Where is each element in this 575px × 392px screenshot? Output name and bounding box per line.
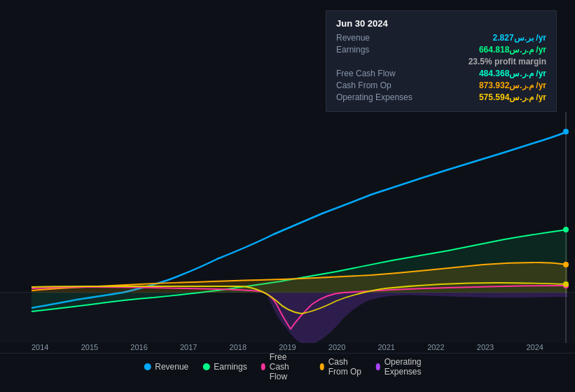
legend-label-cashop: Cash From Op [328,357,362,377]
x-label-2014: 2014 [32,343,48,351]
tooltip-revenue-value: 2.827بر.س /yr [493,33,546,43]
chart-container: Jun 30 2024 Revenue 2.827بر.س /yr Earnin… [0,0,575,392]
tooltip-date: Jun 30 2024 [336,18,546,29]
chart-legend: Revenue Earnings Free Cash Flow Cash Fro… [144,352,431,382]
svg-point-4 [563,129,569,134]
legend-dot-cashop [320,363,324,370]
legend-item-cashop[interactable]: Cash From Op [320,357,362,377]
tooltip-earnings-row: Earnings 664.818م.ر.س /yr [336,45,546,55]
legend-item-opex[interactable]: Operating Expenses [376,357,431,377]
legend-item-fcf[interactable]: Free Cash Flow [261,352,306,382]
x-label-2016: 2016 [130,343,147,351]
tooltip-fcf-row: Free Cash Flow 484.368م.ر.س /yr [336,69,546,78]
tooltip-profit-row: 23.5% profit margin [336,57,546,66]
legend-label-revenue: Revenue [155,362,188,372]
x-label-2020: 2020 [328,343,345,351]
chart-svg [0,112,575,343]
legend-dot-fcf [261,363,265,370]
legend-dot-revenue [144,363,151,370]
tooltip-revenue-row: Revenue 2.827بر.س /yr [336,33,546,43]
tooltip-profit-value: 23.5% profit margin [469,57,546,66]
legend-dot-opex [376,363,380,370]
x-label-2021: 2021 [377,343,394,351]
tooltip-cashop-label: Cash From Op [336,80,427,90]
x-label-2022: 2022 [427,343,444,351]
svg-point-6 [563,262,569,267]
legend-label-earnings: Earnings [214,362,247,372]
x-label-2015: 2015 [81,343,98,351]
x-label-2018: 2018 [230,343,247,351]
tooltip-box: Jun 30 2024 Revenue 2.827بر.س /yr Earnin… [326,10,557,112]
x-label-2024: 2024 [526,343,543,351]
tooltip-revenue-label: Revenue [336,33,427,43]
tooltip-opex-label: Operating Expenses [336,92,427,102]
legend-item-revenue[interactable]: Revenue [144,362,188,372]
tooltip-earnings-value: 664.818م.ر.س /yr [479,45,546,55]
x-label-2019: 2019 [279,343,296,351]
tooltip-cashop-value: 873.932م.ر.س /yr [479,80,546,90]
legend-item-earnings[interactable]: Earnings [202,362,247,372]
tooltip-cashop-row: Cash From Op 873.932م.ر.س /yr [336,80,546,90]
x-label-2023: 2023 [477,343,494,351]
tooltip-fcf-label: Free Cash Flow [336,69,427,78]
legend-dot-earnings [202,363,209,370]
legend-label-fcf: Free Cash Flow [270,352,306,382]
tooltip-fcf-value: 484.368م.ر.س /yr [479,69,546,78]
svg-point-8 [563,281,569,287]
tooltip-opex-row: Operating Expenses 575.594م.ر.س /yr [336,92,546,102]
tooltip-earnings-label: Earnings [336,45,427,55]
tooltip-opex-value: 575.594م.ر.س /yr [479,92,546,102]
svg-point-5 [563,227,569,232]
legend-label-opex: Operating Expenses [385,357,431,377]
x-label-2017: 2017 [180,343,197,351]
